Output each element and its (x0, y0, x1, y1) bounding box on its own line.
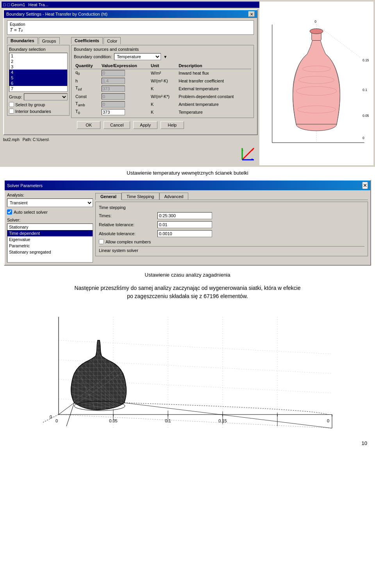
list-item-1[interactable]: 1 (9, 53, 67, 59)
solver-content: Analysis: Transient Auto select solver S… (5, 190, 370, 265)
complex-numbers-label: Allow complex numbers (105, 239, 151, 244)
list-item-2[interactable]: 2 (9, 59, 67, 64)
analysis-select[interactable]: Transient (7, 198, 93, 207)
help-button[interactable]: Help (161, 121, 184, 129)
mesh-visualization: 0 0.05 0.1 0.15 0 0 (35, 309, 340, 434)
linear-solver-label: Linear system solver (99, 246, 364, 253)
boundary-list[interactable]: 1 2 3 4 5 6 7 (9, 53, 68, 92)
tab-boundaries[interactable]: Boundaries (7, 37, 38, 44)
boundary-settings-dialog: Boundary Settings - Heat Transfer by Con… (3, 9, 258, 135)
unit-h: W/(m²·K) (149, 77, 177, 85)
times-row: Times: (99, 212, 364, 219)
analysis-label: Analysis: (7, 193, 93, 197)
solver-tab-time-stepping[interactable]: Time Stepping (121, 193, 159, 200)
qty-tamb: Tamb (74, 100, 100, 108)
app-title-text: □ Geom1 (7, 2, 25, 7)
solver-right-panel: General Time Stepping Advanced Time step… (95, 193, 368, 263)
unit-tinf: K (149, 85, 177, 93)
desc-tamb: Ambient temperature (177, 100, 251, 108)
ok-button[interactable]: OK (77, 121, 100, 129)
list-item-4[interactable]: 4 (9, 70, 67, 75)
interior-boundaries-checkbox[interactable] (9, 109, 14, 114)
dialog-close-button[interactable]: ✕ (248, 11, 255, 17)
val-q0[interactable] (102, 70, 125, 76)
app-title-icon: □ (3, 2, 6, 7)
bottom-file-label: but2.mph (3, 138, 20, 142)
page-number: 10 (0, 438, 375, 449)
solver-tab-advanced[interactable]: Advanced (159, 193, 189, 200)
abs-tol-input[interactable] (157, 230, 212, 237)
val-t0[interactable] (102, 109, 125, 115)
bc-condition-select[interactable]: Temperature (114, 53, 161, 60)
tab-coefficients[interactable]: Coefficients (71, 37, 103, 44)
col-header-unit: Unit (149, 63, 177, 69)
solver-item-parametric[interactable]: Parametric (7, 243, 93, 249)
list-item-6[interactable]: 6 (9, 80, 67, 86)
complex-numbers-row: Allow complex numbers (99, 239, 364, 244)
list-item-3[interactable]: 3 (9, 64, 67, 70)
auto-solver-checkbox[interactable] (7, 209, 12, 214)
svg-text:0.15: 0.15 (362, 58, 369, 62)
unit-q0: W/m² (149, 69, 177, 77)
bc-condition-row: Boundary condition: Temperature ▼ (74, 53, 251, 60)
group-select[interactable] (24, 93, 68, 100)
val-tamb[interactable] (102, 101, 125, 107)
solver-close-button[interactable]: ✕ (362, 182, 368, 189)
solver-item-stationary-segregated[interactable]: Stationary segregated (7, 249, 93, 255)
unit-t0: K (149, 108, 177, 116)
list-item-5[interactable]: 5 (9, 75, 67, 80)
app-title-bar: □ □ Geom1 Heat Tra... (2, 2, 259, 8)
axes-icon-area (2, 143, 259, 165)
select-by-group-checkbox[interactable] (9, 102, 14, 107)
svg-line-37 (59, 415, 332, 428)
solver-item-time-dependent[interactable]: Time dependent (7, 230, 93, 236)
svg-text:0: 0 (314, 20, 316, 23)
svg-point-15 (310, 29, 323, 34)
times-label: Times: (99, 213, 157, 218)
solver-list[interactable]: Stationary Time dependent Eigenvalue Par… (7, 223, 93, 263)
solver-item-eigenvalue[interactable]: Eigenvalue (7, 236, 93, 243)
val-const[interactable] (102, 93, 125, 100)
table-row: T0 K Temperature (74, 108, 251, 116)
val-tinf[interactable] (102, 86, 125, 92)
body-paragraph: Następnie przeszliśmy do samej analizy z… (0, 284, 375, 300)
desc-t0: Temperature (177, 108, 251, 116)
select-by-group-label: Select by group (15, 102, 45, 107)
apply-button[interactable]: Apply (133, 121, 157, 129)
abs-tol-label: Absolute tolerance: (99, 231, 157, 236)
complex-numbers-checkbox[interactable] (99, 239, 104, 244)
app-window: □ □ Geom1 Heat Tra... Boundary Settings … (2, 2, 259, 165)
coefficients-tabs: Coefficients Color (71, 37, 254, 44)
bottle-visualization: 0 0.15 0.1 0.05 0 (259, 2, 373, 165)
body-text-line2: po zagęszczeniu składała się z 67196 ele… (127, 293, 248, 299)
group-row: Group: (9, 93, 68, 100)
tab-color[interactable]: Color (104, 37, 121, 44)
svg-text:0: 0 (50, 415, 52, 419)
svg-line-101 (59, 403, 74, 415)
solver-left-panel: Analysis: Transient Auto select solver S… (7, 193, 93, 263)
equation-formula: T = T₀ (10, 27, 251, 33)
cancel-button[interactable]: Cancel (104, 121, 130, 129)
desc-const: Problem-dependent constant (177, 93, 251, 100)
auto-solver-row: Auto select solver (7, 209, 93, 214)
solver-section: Solver Parameters ✕ Analysis: Transient … (0, 178, 375, 269)
table-row: q0 W/m² Inward heat flux (74, 69, 251, 77)
list-item-7[interactable]: 7 (9, 86, 67, 91)
bc-sources-label: Boundary sources and constraints (74, 47, 251, 52)
svg-text:0.1: 0.1 (362, 88, 367, 91)
solver-tab-general[interactable]: General (95, 193, 121, 200)
solver-label: Solver: (7, 218, 93, 222)
time-stepping-section-label: Time stepping (99, 205, 364, 210)
rel-tol-input[interactable] (157, 221, 212, 228)
dialog-content: Equation T = T₀ Boundaries Groups Bounda… (4, 18, 257, 134)
boundary-selection-label: Boundary selection (9, 47, 68, 52)
val-h[interactable] (102, 78, 125, 84)
table-row: Tamb K Ambient temperature (74, 100, 251, 108)
solver-item-stationary[interactable]: Stationary (7, 224, 93, 230)
svg-text:0: 0 (362, 136, 364, 139)
boundary-tabs: Boundaries Groups (7, 37, 70, 44)
solver-parameters-dialog: Solver Parameters ✕ Analysis: Transient … (4, 180, 371, 266)
tab-groups[interactable]: Groups (39, 37, 60, 44)
times-input[interactable] (157, 212, 212, 219)
svg-text:0: 0 (327, 418, 329, 423)
